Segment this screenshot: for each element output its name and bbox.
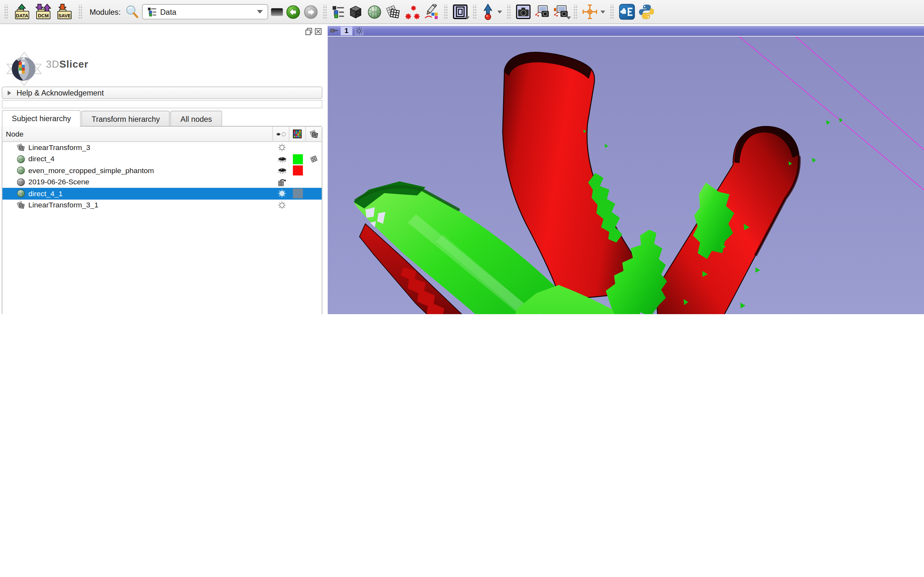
- screen-capture-button[interactable]: [534, 4, 550, 19]
- visibility-column-header[interactable]: [272, 127, 289, 141]
- visibility-partial-icon: [278, 189, 286, 198]
- tab-transform-hierarchy[interactable]: Transform hierarchy: [81, 111, 170, 127]
- mouse-mode-place-button[interactable]: [481, 3, 494, 20]
- color-column-header[interactable]: [289, 127, 305, 141]
- save-button[interactable]: SAVE: [55, 3, 74, 21]
- tree-row-scene[interactable]: 2019-06-26-Scene: [2, 176, 322, 188]
- visibility-off-icon: [278, 143, 286, 152]
- pin-icon[interactable]: [330, 27, 338, 34]
- undock-panel-icon[interactable]: [305, 27, 312, 35]
- tree-row-even-more-cropped[interactable]: even_more_cropped_simple_phantom: [2, 165, 322, 176]
- visibility-on-icon: [277, 167, 286, 174]
- help-section-label: Help & Acknowledgement: [16, 89, 103, 97]
- transform-cell[interactable]: [306, 155, 322, 164]
- toolbar-drag-handle[interactable]: [507, 5, 511, 19]
- screen-capture-options-button[interactable]: [552, 4, 569, 19]
- tree-row-direct-4-1[interactable]: direct_4_1: [2, 188, 322, 199]
- main-toolbar: DATA DCM SAVE Modules:: [0, 0, 924, 24]
- data-module-shortcut[interactable]: [332, 5, 344, 18]
- crosshair-dropdown[interactable]: [600, 10, 605, 13]
- visibility-off-icon: [278, 201, 286, 210]
- transform-badge-icon: [309, 155, 318, 164]
- collapsed-arrow-icon: [8, 90, 11, 95]
- slicer-logo-icon: [5, 51, 44, 87]
- modules-label: Modules:: [89, 7, 121, 16]
- view-options-button[interactable]: [355, 26, 364, 35]
- hierarchy-tabs: Subject hierarchy Transform hierarchy Al…: [2, 111, 322, 127]
- layout-selector-button[interactable]: [452, 4, 468, 19]
- toolbar-drag-handle[interactable]: [4, 5, 8, 19]
- close-panel-icon[interactable]: [315, 27, 322, 35]
- threed-view-controller-bar: 1: [328, 26, 924, 36]
- chevron-down-icon: [465, 16, 470, 19]
- module-search-icon[interactable]: [125, 5, 139, 19]
- slicer-logo: 3DSlicer: [5, 51, 89, 87]
- svg-text:SAVE: SAVE: [58, 13, 71, 18]
- crosshair-button[interactable]: [582, 4, 598, 19]
- visibility-toggle[interactable]: [274, 201, 290, 210]
- node-label: even_more_cropped_simple_phantom: [28, 166, 274, 175]
- render-3d-scene[interactable]: [328, 37, 924, 314]
- module-selector-value: Data: [160, 7, 253, 16]
- view-label: 1: [341, 26, 352, 35]
- module-forward-button[interactable]: [303, 5, 318, 19]
- extensions-manager-button[interactable]: [619, 3, 635, 20]
- module-selector[interactable]: Data: [142, 4, 268, 19]
- toolbar-drag-handle[interactable]: [573, 5, 577, 19]
- module-history-button[interactable]: [271, 8, 283, 16]
- mouse-mode-dropdown[interactable]: [497, 10, 502, 13]
- markups-module-shortcut[interactable]: [404, 4, 420, 20]
- svg-text:DATA: DATA: [16, 13, 29, 18]
- node-label: direct_4: [28, 155, 274, 163]
- transform-column-header[interactable]: [305, 127, 321, 141]
- toolbar-drag-handle[interactable]: [323, 5, 327, 19]
- module-back-button[interactable]: [286, 5, 300, 19]
- editor-module-shortcut[interactable]: [423, 4, 439, 20]
- threed-view: 1: [328, 26, 924, 314]
- visibility-toggle[interactable]: [274, 155, 290, 163]
- data-module-icon: [147, 7, 157, 16]
- volumes-module-shortcut[interactable]: [347, 4, 363, 20]
- help-acknowledgement-section[interactable]: Help & Acknowledgement: [2, 87, 322, 99]
- tab-all-nodes[interactable]: All nodes: [170, 111, 222, 127]
- node-label: 2019-06-26-Scene: [28, 178, 274, 186]
- visibility-column-icon: [276, 131, 286, 137]
- visibility-toggle[interactable]: [274, 167, 290, 174]
- dicom-button[interactable]: DCM: [34, 3, 53, 21]
- tab-subject-hierarchy[interactable]: Subject hierarchy: [2, 110, 81, 126]
- models-module-shortcut[interactable]: [367, 4, 383, 20]
- color-swatch-green[interactable]: [293, 154, 303, 164]
- visibility-toggle[interactable]: [274, 177, 290, 187]
- tree-header: Node: [2, 127, 322, 142]
- tree-row-lineartransform-3-1[interactable]: LinearTransform_3_1: [2, 199, 322, 211]
- color-cell[interactable]: [290, 166, 306, 176]
- transform-column-icon: [309, 129, 318, 139]
- node-tree[interactable]: Node: [2, 127, 322, 314]
- color-column-icon: [293, 129, 302, 139]
- node-label: LinearTransform_3_1: [28, 201, 274, 210]
- tree-row-lineartransform-3[interactable]: LinearTransform_3: [2, 142, 322, 153]
- transforms-module-shortcut[interactable]: [385, 4, 401, 20]
- color-swatch-red[interactable]: [293, 166, 303, 176]
- tree-row-direct-4[interactable]: direct_4: [2, 153, 322, 165]
- toolbar-drag-handle[interactable]: [473, 5, 477, 19]
- visibility-toggle[interactable]: [274, 143, 290, 152]
- model-node-icon: [16, 155, 25, 164]
- toolbar-drag-handle[interactable]: [444, 5, 448, 19]
- help-content-placeholder: [2, 100, 322, 108]
- color-cell[interactable]: [290, 154, 306, 164]
- capture-view-button[interactable]: [515, 4, 531, 19]
- node-column-header[interactable]: Node: [2, 130, 272, 138]
- load-data-button[interactable]: DATA: [13, 3, 31, 21]
- color-cell[interactable]: [290, 189, 306, 198]
- color-swatch-gray[interactable]: [293, 189, 303, 198]
- visibility-toggle[interactable]: [274, 189, 290, 198]
- toolbar-drag-handle[interactable]: [610, 5, 614, 19]
- node-label: direct_4_1: [28, 189, 274, 198]
- slicer-wordmark: 3DSlicer: [46, 59, 88, 71]
- toolbar-drag-handle[interactable]: [78, 5, 82, 19]
- model-node-icon: [16, 166, 25, 175]
- python-console-button[interactable]: [638, 3, 654, 20]
- scene-visibility-icon: [278, 177, 286, 187]
- visibility-on-icon: [277, 155, 286, 163]
